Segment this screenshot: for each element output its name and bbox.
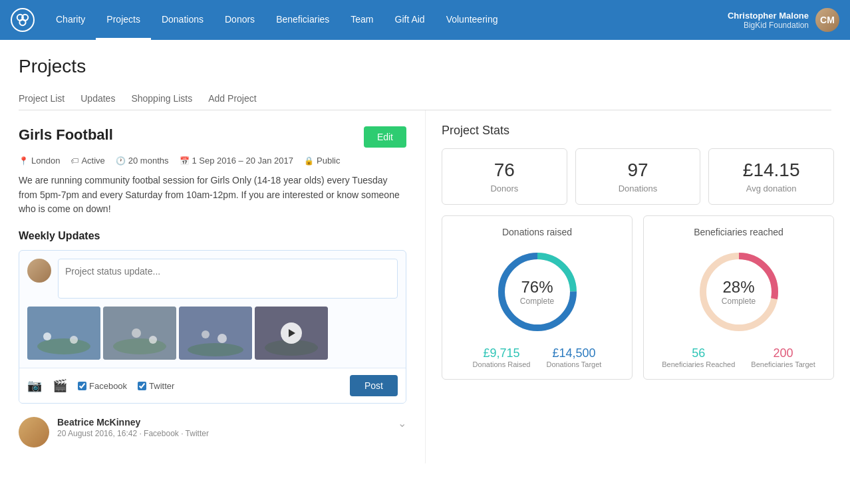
page-title: Projects <box>19 56 831 77</box>
beneficiaries-target-val: 200 <box>751 346 815 360</box>
svg-point-5 <box>43 332 51 340</box>
right-panel: Project Stats 76 Donors 97 Donations £14… <box>426 110 850 463</box>
facebook-check[interactable]: Facebook <box>78 381 127 391</box>
beneficiaries-donut-wrapper: 28% Complete <box>692 245 785 338</box>
nav-team[interactable]: Team <box>340 0 384 40</box>
nav-donations[interactable]: Donations <box>151 0 214 40</box>
commenter-avatar <box>19 417 49 447</box>
calendar-icon: 📅 <box>180 156 190 166</box>
svg-point-14 <box>217 334 227 343</box>
nav-donors[interactable]: Donors <box>214 0 265 40</box>
edit-button[interactable]: Edit <box>364 126 406 148</box>
beneficiaries-target-num: 200 Beneficiaries Target <box>751 346 815 368</box>
video-overlay <box>255 307 328 360</box>
nav-projects[interactable]: Projects <box>96 0 151 40</box>
duration-icon: 🕐 <box>116 156 126 166</box>
nav-gift-aid[interactable]: Gift Aid <box>384 0 436 40</box>
twitter-check[interactable]: Twitter <box>138 381 174 391</box>
thumbnail-4[interactable] <box>255 307 328 360</box>
tab-updates[interactable]: Updates <box>80 88 115 110</box>
stats-top-row: 76 Donors 97 Donations £14.15 Avg donati… <box>442 148 834 205</box>
svg-point-4 <box>37 338 90 354</box>
svg-marker-17 <box>289 329 295 337</box>
donations-raised-val: £9,715 <box>473 346 531 360</box>
visibility-text: Public <box>317 156 340 166</box>
nav-charity[interactable]: Charity <box>45 0 96 40</box>
meta-visibility: 🔒 Public <box>304 156 340 166</box>
duration-text: 20 months <box>128 156 169 166</box>
play-button[interactable] <box>281 322 302 344</box>
date-range-text: 1 Sep 2016 – 20 Jan 2017 <box>192 156 294 166</box>
donations-donut-center: 76% Complete <box>491 245 584 338</box>
thumbnail-3[interactable] <box>179 307 252 360</box>
project-header: Girls Football Edit <box>19 126 406 148</box>
donations-raised-num: £9,715 Donations Raised <box>473 346 531 368</box>
thumbnail-2[interactable] <box>103 307 176 360</box>
commenter-name: Beatrice McKinney <box>57 417 390 428</box>
beneficiaries-reached-label: Beneficiaries Reached <box>662 360 735 368</box>
meta-status: 🏷 Active <box>71 156 104 166</box>
meta-date-range: 📅 1 Sep 2016 – 20 Jan 2017 <box>180 156 294 166</box>
meta-row: 📍 London 🏷 Active 🕐 20 months 📅 1 Sep 20… <box>19 156 406 166</box>
beneficiaries-pct: 28% <box>722 278 754 297</box>
commenter-meta: 20 August 2016, 16:42 · Facebook · Twitt… <box>57 429 390 438</box>
tab-shopping-lists[interactable]: Shopping Lists <box>131 88 192 110</box>
tab-add-project[interactable]: Add Project <box>208 88 256 110</box>
beneficiaries-reached-num: 56 Beneficiaries Reached <box>662 346 735 368</box>
beneficiaries-nums: 56 Beneficiaries Reached 200 Beneficiari… <box>654 346 823 368</box>
donations-nums: £9,715 Donations Raised £14,500 Donation… <box>453 346 621 368</box>
expand-icon[interactable]: ⌄ <box>398 417 406 430</box>
twitter-checkbox[interactable] <box>138 382 146 390</box>
donations-raised-label: Donations Raised <box>473 360 531 368</box>
twitter-label: Twitter <box>149 381 174 391</box>
donations-target-val: £14,500 <box>546 346 601 360</box>
video-icon[interactable]: 🎬 <box>53 378 67 393</box>
stat-avg-donation: £14.15 Avg donation <box>708 148 834 205</box>
avatar[interactable]: CM <box>815 8 839 32</box>
donations-pct: 76% <box>521 278 553 297</box>
donations-donut-wrapper: 76% Complete <box>491 245 584 338</box>
location-text: London <box>31 156 60 166</box>
svg-point-10 <box>149 336 157 344</box>
nav-user-name: Christopher Malone <box>728 11 809 21</box>
meta-duration: 🕐 20 months <box>116 156 169 166</box>
beneficiaries-target-label: Beneficiaries Target <box>751 360 815 368</box>
nav-user: Christopher Malone BigKid Foundation CM <box>728 8 839 32</box>
stats-title: Project Stats <box>442 124 834 138</box>
beneficiaries-title: Beneficiaries reached <box>654 227 823 237</box>
donations-sub: Complete <box>520 297 554 306</box>
nav-beneficiaries[interactable]: Beneficiaries <box>265 0 340 40</box>
nav-user-org: BigKid Foundation <box>728 21 809 30</box>
facebook-checkbox[interactable] <box>78 382 86 390</box>
nav-volunteering[interactable]: Volunteering <box>436 0 509 40</box>
donations-target-label: Donations Target <box>546 360 601 368</box>
page-tabs: Project List Updates Shopping Lists Add … <box>19 88 831 110</box>
avatar-img: CM <box>815 8 839 32</box>
donations-label: Donations <box>587 184 690 193</box>
donations-value: 97 <box>587 160 690 181</box>
camera-icon[interactable]: 📷 <box>27 378 42 393</box>
location-icon: 📍 <box>19 156 29 166</box>
update-footer: 📷 🎬 Facebook Twitter Post <box>19 368 406 403</box>
tab-project-list[interactable]: Project List <box>19 88 65 110</box>
thumbnail-1[interactable] <box>27 307 100 360</box>
svg-point-6 <box>70 336 78 344</box>
update-top <box>19 251 406 307</box>
nav-links: Charity Projects Donations Donors Benefi… <box>45 0 728 40</box>
stat-donors: 76 Donors <box>442 148 567 205</box>
comment: Beatrice McKinney 20 August 2016, 16:42 … <box>19 414 406 447</box>
svg-point-9 <box>132 328 141 338</box>
avg-donation-label: Avg donation <box>720 184 823 193</box>
post-button[interactable]: Post <box>350 375 398 396</box>
beneficiaries-reached-val: 56 <box>662 346 735 360</box>
thumbs-row <box>19 307 406 368</box>
update-textarea[interactable] <box>58 259 398 299</box>
project-title: Girls Football <box>19 126 113 144</box>
weekly-updates-title: Weekly Updates <box>19 230 406 242</box>
donors-label: Donors <box>453 184 556 193</box>
facebook-label: Facebook <box>89 381 127 391</box>
status-icon: 🏷 <box>71 156 78 166</box>
status-text: Active <box>81 156 104 166</box>
meta-location: 📍 London <box>19 156 60 166</box>
nav-logo <box>11 8 35 32</box>
